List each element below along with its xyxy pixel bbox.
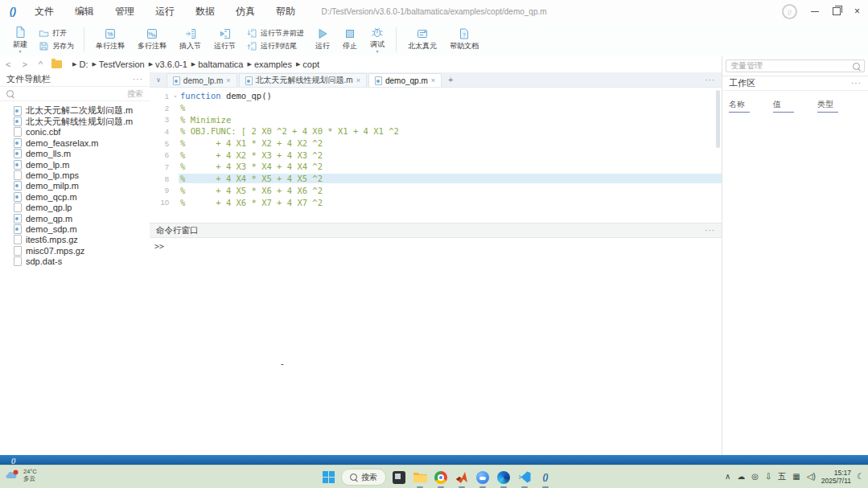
insert-section-button[interactable]: 插入节 (173, 27, 208, 52)
editor-tab[interactable]: demo_qp.m× (368, 73, 442, 87)
file-item[interactable]: demo_qcp.m (0, 191, 150, 202)
menu-item[interactable]: 仿真 (225, 0, 265, 23)
tabbar-more-button[interactable]: ··· (705, 76, 715, 84)
file-item[interactable]: demo_qp.lp (0, 203, 150, 213)
minimize-button[interactable] (811, 11, 819, 12)
weather-widget[interactable]: 24°C 多云 (6, 468, 37, 482)
netdisk-button[interactable] (475, 470, 491, 486)
help-doc-button[interactable]: ? 帮助文档 (443, 27, 485, 52)
breadcrumb-item[interactable]: examples (254, 59, 292, 69)
panel-more-button[interactable]: ··· (133, 75, 143, 84)
nav-up-button[interactable]: ^ (33, 59, 48, 69)
code-editor[interactable]: 1▾function demo_qp()2%3% Minimize4% OBJ.… (150, 88, 722, 223)
menu-item[interactable]: 帮助 (265, 0, 306, 23)
nav-back-button[interactable]: < (0, 59, 16, 69)
stop-button[interactable]: 停止 (336, 27, 364, 52)
variable-panel: 变量管理 工作区 ··· 名称值类型 (722, 56, 868, 455)
notifications-icon[interactable]: ☾ (857, 469, 864, 485)
editor-scrollbar[interactable] (716, 90, 720, 148)
file-item[interactable]: demo_lp.m (0, 159, 150, 170)
search-button[interactable]: 搜索 (127, 88, 143, 100)
editor-tab-bar: ∨ demo_lp.m×北太天元解线性规划问题.m×demo_qp.m× + ·… (150, 72, 722, 88)
breadcrumb-item[interactable]: D: (79, 59, 88, 69)
breadcrumb-item[interactable]: baltamatica (198, 59, 243, 69)
run-to-end-button[interactable]: 运行到结尾 (247, 41, 304, 51)
brand-watermark-icon: () (782, 4, 797, 19)
run-section-button[interactable]: 运行节 (208, 27, 242, 52)
editor-tab[interactable]: 北太天元解线性规划问题.m× (239, 73, 367, 87)
workspace-column-header[interactable]: 名称 (729, 99, 773, 113)
breadcrumb-item[interactable]: v3.6.0-1 (155, 59, 187, 69)
ime-wubi-icon[interactable]: 五 (778, 469, 786, 485)
open-button[interactable]: 打开 (39, 28, 74, 39)
file-name: demo_milp.m (26, 181, 79, 191)
taskbar-search[interactable]: 搜索 (341, 469, 386, 486)
command-window-more-button[interactable]: ··· (705, 226, 715, 235)
variable-search-box[interactable]: 变量管理 (726, 59, 865, 72)
file-item[interactable]: itest6.mps.gz (0, 235, 150, 245)
cloud-icon[interactable]: ☁ (737, 469, 745, 485)
file-explorer-button[interactable] (412, 470, 428, 486)
file-item[interactable]: 北太天元解二次规划问题.m (0, 105, 150, 116)
menu-item[interactable]: 运行 (145, 0, 185, 23)
run-button[interactable]: 运行 (309, 27, 336, 52)
fold-toggle-icon[interactable]: ▾ (172, 93, 179, 99)
file-item[interactable]: demo_qp.m (0, 213, 150, 223)
file-item[interactable]: conic.cbf (0, 127, 150, 137)
maximize-button[interactable] (833, 7, 841, 15)
weather-temp: 24°C (23, 468, 37, 475)
breadcrumb-item[interactable]: TestVersion (99, 59, 145, 69)
single-line-comment-button[interactable]: % 单行注释 (89, 27, 131, 52)
file-item[interactable]: demo_milp.m (0, 181, 150, 191)
menu-item[interactable]: 管理 (105, 0, 145, 23)
nav-forward-button[interactable]: > (16, 59, 32, 69)
sync-icon[interactable]: ◎ (751, 469, 759, 485)
new-tab-button[interactable]: + (443, 75, 459, 87)
close-button[interactable]: × (854, 6, 860, 16)
file-item[interactable]: demo_feasrelax.m (0, 137, 150, 148)
new-file-button[interactable]: 新建 ▾ (6, 25, 34, 54)
menu-item[interactable]: 数据 (185, 0, 225, 23)
tab-close-icon[interactable]: × (431, 76, 435, 84)
line-number: 2 (150, 104, 172, 113)
save-as-button[interactable]: 另存为 (39, 41, 74, 51)
tab-list-chevron-button[interactable]: ∨ (150, 76, 167, 87)
workspace-column-header[interactable]: 类型 (817, 99, 862, 113)
workspace-column-header[interactable]: 值 (773, 99, 817, 113)
hidden-icons-icon[interactable]: ∧ (725, 469, 730, 485)
baltamatica-button[interactable]: () (537, 470, 553, 486)
file-item[interactable]: misc07.mps.gz (0, 245, 150, 256)
run-section-advance-button[interactable]: 运行节并前进 (247, 28, 304, 39)
file-item[interactable]: sdp.dat-s (0, 256, 150, 266)
taskbar-clock[interactable]: 15:17 2025/7/11 (821, 469, 851, 485)
file-item[interactable]: 北太天元解线性规划问题.m (0, 116, 150, 126)
multi-line-comment-button[interactable]: %% 多行注释 (131, 27, 173, 52)
tab-close-icon[interactable]: × (356, 76, 360, 84)
editor-tab[interactable]: demo_lp.m× (167, 73, 237, 87)
edge-button[interactable] (496, 470, 512, 486)
start-button[interactable] (320, 470, 336, 486)
task-view-button[interactable] (391, 470, 407, 486)
volume-icon[interactable]: ◁) (807, 469, 816, 485)
search-icon (350, 474, 357, 481)
command-window[interactable]: >> (150, 238, 722, 455)
tab-close-icon[interactable]: × (226, 76, 230, 84)
vscode-button[interactable] (516, 470, 533, 486)
menu-item[interactable]: 文件 (24, 0, 64, 23)
file-item[interactable]: demo_lp.mps (0, 170, 150, 180)
matlab-button[interactable] (454, 470, 470, 486)
denovo-button[interactable]: 北太真元 (401, 27, 443, 52)
chrome-button[interactable] (433, 470, 449, 486)
debug-button[interactable]: 调试 ▾ (364, 25, 391, 54)
breadcrumb-item[interactable]: copt (302, 59, 319, 69)
file-search-input[interactable] (14, 88, 127, 99)
touch-keyboard-icon[interactable]: ▦ (792, 469, 800, 485)
menu-item[interactable]: 编辑 (64, 0, 105, 23)
file-icon (14, 170, 22, 180)
file-item[interactable]: demo_sdp.m (0, 223, 150, 234)
task-view-icon (393, 471, 405, 484)
single-line-comment-icon: % (104, 27, 117, 40)
file-item[interactable]: demo_lls.m (0, 149, 150, 159)
workspace-more-button[interactable]: ··· (851, 79, 862, 88)
update-icon[interactable]: ⇩ (765, 469, 771, 485)
